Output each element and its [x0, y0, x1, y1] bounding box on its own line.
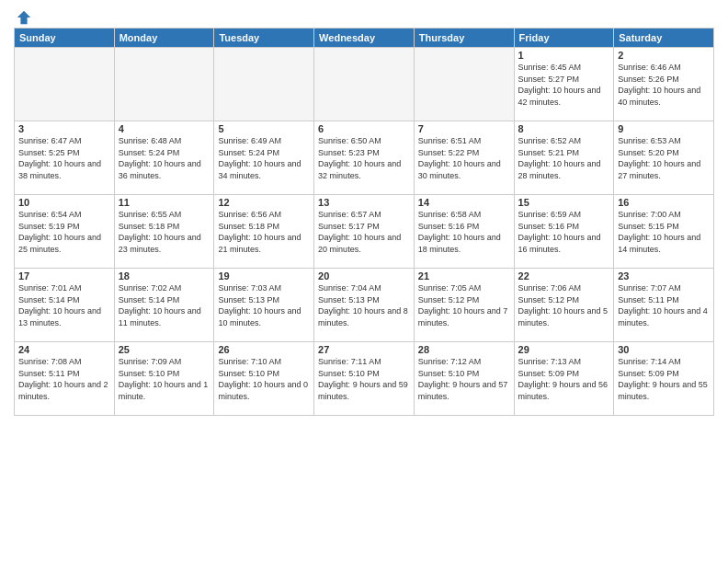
day-number: 15 [518, 197, 610, 208]
cell-info: Sunset: 5:13 PM [318, 294, 410, 306]
cell-info: Daylight: 10 hours and 21 minutes. [218, 232, 310, 255]
cell-info: Sunrise: 6:56 AM [218, 209, 310, 221]
calendar-cell: 26Sunrise: 7:10 AMSunset: 5:10 PMDayligh… [214, 342, 314, 416]
cell-info: Sunrise: 7:07 AM [618, 282, 710, 294]
cell-info: Sunset: 5:10 PM [318, 368, 410, 380]
calendar-week-3: 17Sunrise: 7:01 AMSunset: 5:14 PMDayligh… [15, 269, 714, 342]
cell-info: Sunrise: 7:14 AM [618, 356, 710, 368]
day-number: 24 [18, 344, 110, 355]
day-number: 23 [618, 270, 710, 282]
day-number: 3 [18, 123, 110, 134]
cell-info: Sunset: 5:13 PM [218, 294, 310, 306]
cell-info: Daylight: 10 hours and 2 minutes. [18, 379, 110, 402]
cell-info: Daylight: 10 hours and 1 minute. [119, 379, 210, 402]
calendar-cell: 5Sunrise: 6:49 AMSunset: 5:24 PMDaylight… [214, 121, 314, 195]
calendar-cell [314, 48, 415, 121]
cell-info: Daylight: 10 hours and 7 minutes. [418, 305, 510, 328]
day-number: 21 [418, 270, 510, 282]
logo [14, 9, 32, 22]
cell-info: Daylight: 10 hours and 32 minutes. [318, 158, 410, 181]
cell-info: Daylight: 10 hours and 34 minutes. [218, 158, 310, 181]
day-header-friday: Friday [514, 29, 614, 48]
calendar-cell: 8Sunrise: 6:52 AMSunset: 5:21 PMDaylight… [514, 121, 614, 195]
cell-info: Daylight: 10 hours and 4 minutes. [618, 305, 710, 328]
day-header-sunday: Sunday [15, 29, 115, 48]
day-number: 19 [218, 270, 310, 282]
cell-info: Sunset: 5:17 PM [318, 221, 410, 233]
cell-info: Sunset: 5:10 PM [418, 368, 510, 380]
cell-info: Daylight: 10 hours and 27 minutes. [618, 158, 710, 181]
cell-info: Sunrise: 6:57 AM [318, 209, 410, 221]
cell-info: Daylight: 10 hours and 30 minutes. [418, 158, 510, 181]
cell-info: Sunrise: 6:52 AM [518, 135, 610, 147]
cell-info: Sunset: 5:16 PM [518, 221, 610, 233]
cell-info: Sunset: 5:27 PM [518, 74, 610, 86]
cell-info: Daylight: 10 hours and 20 minutes. [318, 232, 410, 255]
day-number: 7 [418, 123, 510, 134]
svg-marker-0 [17, 11, 30, 24]
cell-info: Daylight: 10 hours and 8 minutes. [318, 305, 410, 328]
day-number: 18 [119, 270, 210, 282]
calendar-cell: 17Sunrise: 7:01 AMSunset: 5:14 PMDayligh… [15, 269, 115, 342]
logo-icon [16, 9, 32, 26]
day-header-thursday: Thursday [414, 29, 514, 48]
cell-info: Sunrise: 6:55 AM [119, 209, 210, 221]
calendar-cell: 1Sunrise: 6:45 AMSunset: 5:27 PMDaylight… [514, 48, 614, 121]
calendar-cell: 19Sunrise: 7:03 AMSunset: 5:13 PMDayligh… [214, 269, 314, 342]
cell-info: Sunrise: 6:58 AM [418, 209, 510, 221]
calendar: SundayMondayTuesdayWednesdayThursdayFrid… [14, 28, 714, 416]
cell-info: Sunrise: 7:12 AM [418, 356, 510, 368]
cell-info: Daylight: 10 hours and 16 minutes. [518, 232, 610, 255]
cell-info: Sunrise: 7:00 AM [618, 209, 710, 221]
cell-info: Sunrise: 6:48 AM [119, 135, 210, 147]
calendar-cell [414, 48, 514, 121]
cell-info: Sunset: 5:11 PM [18, 368, 110, 380]
calendar-cell: 15Sunrise: 6:59 AMSunset: 5:16 PMDayligh… [514, 195, 614, 269]
cell-info: Sunrise: 7:05 AM [418, 282, 510, 294]
day-number: 29 [518, 344, 610, 355]
cell-info: Daylight: 10 hours and 28 minutes. [518, 158, 610, 181]
cell-info: Daylight: 10 hours and 5 minutes. [518, 305, 610, 328]
calendar-week-2: 10Sunrise: 6:54 AMSunset: 5:19 PMDayligh… [15, 195, 714, 269]
cell-info: Sunrise: 6:45 AM [518, 62, 610, 74]
cell-info: Sunrise: 7:09 AM [119, 356, 210, 368]
cell-info: Sunrise: 7:13 AM [518, 356, 610, 368]
day-number: 8 [518, 123, 610, 134]
calendar-cell: 13Sunrise: 6:57 AMSunset: 5:17 PMDayligh… [314, 195, 415, 269]
calendar-cell: 20Sunrise: 7:04 AMSunset: 5:13 PMDayligh… [314, 269, 415, 342]
cell-info: Sunrise: 6:47 AM [18, 135, 110, 147]
calendar-cell: 3Sunrise: 6:47 AMSunset: 5:25 PMDaylight… [15, 121, 115, 195]
calendar-cell: 28Sunrise: 7:12 AMSunset: 5:10 PMDayligh… [414, 342, 514, 416]
calendar-cell: 30Sunrise: 7:14 AMSunset: 5:09 PMDayligh… [614, 342, 714, 416]
cell-info: Sunrise: 7:01 AM [18, 282, 110, 294]
calendar-cell: 2Sunrise: 6:46 AMSunset: 5:26 PMDaylight… [614, 48, 714, 121]
cell-info: Sunset: 5:16 PM [418, 221, 510, 233]
day-number: 25 [119, 344, 210, 355]
cell-info: Sunset: 5:10 PM [218, 368, 310, 380]
day-number: 11 [119, 197, 210, 208]
cell-info: Daylight: 10 hours and 10 minutes. [218, 305, 310, 328]
cell-info: Sunset: 5:11 PM [618, 294, 710, 306]
day-number: 14 [418, 197, 510, 208]
cell-info: Sunset: 5:15 PM [618, 221, 710, 233]
calendar-cell: 12Sunrise: 6:56 AMSunset: 5:18 PMDayligh… [214, 195, 314, 269]
cell-info: Daylight: 10 hours and 13 minutes. [18, 305, 110, 328]
cell-info: Sunset: 5:09 PM [518, 368, 610, 380]
calendar-cell: 29Sunrise: 7:13 AMSunset: 5:09 PMDayligh… [514, 342, 614, 416]
cell-info: Sunset: 5:12 PM [518, 294, 610, 306]
cell-info: Sunrise: 6:59 AM [518, 209, 610, 221]
day-header-saturday: Saturday [614, 29, 714, 48]
page: SundayMondayTuesdayWednesdayThursdayFrid… [0, 0, 728, 563]
cell-info: Sunset: 5:14 PM [119, 294, 210, 306]
calendar-week-1: 3Sunrise: 6:47 AMSunset: 5:25 PMDaylight… [15, 121, 714, 195]
header [14, 9, 714, 22]
cell-info: Sunrise: 7:02 AM [119, 282, 210, 294]
cell-info: Sunset: 5:12 PM [418, 294, 510, 306]
cell-info: Daylight: 10 hours and 11 minutes. [119, 305, 210, 328]
day-number: 20 [318, 270, 410, 282]
cell-info: Sunset: 5:26 PM [618, 74, 710, 86]
day-header-monday: Monday [114, 29, 214, 48]
day-number: 17 [18, 270, 110, 282]
day-number: 26 [218, 344, 310, 355]
cell-info: Sunrise: 6:50 AM [318, 135, 410, 147]
